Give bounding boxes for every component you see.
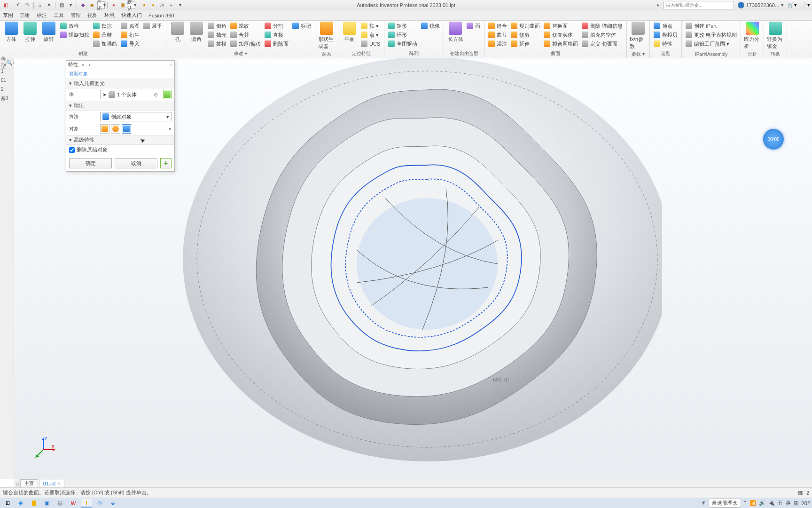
open-icon[interactable]: ⌂ <box>36 1 44 9</box>
ribbon-button[interactable]: 加强筋 <box>92 40 118 48</box>
ime-indicator[interactable]: 英 <box>786 500 791 507</box>
ribbon-button[interactable]: 删除 详细信息 <box>581 22 624 30</box>
status-icon[interactable]: ▦ <box>798 490 803 496</box>
qat-icon[interactable]: ◆ <box>79 1 87 9</box>
ribbon-button[interactable]: 模拟贝 <box>653 31 679 39</box>
ok-button[interactable]: 确定 <box>69 158 112 168</box>
ribbon-button[interactable]: 加厚/偏移 <box>229 40 262 48</box>
ribbon-button[interactable]: 点 ▾ <box>360 31 381 39</box>
inventor-icon[interactable]: I <box>81 499 92 508</box>
clear-selection-icon[interactable]: ⊘ <box>154 92 158 98</box>
ribbon-button[interactable]: 标记 <box>291 22 312 30</box>
ribbon-button[interactable]: 方体 <box>3 22 20 43</box>
wps-icon[interactable]: W <box>68 499 79 508</box>
checkbox-input[interactable] <box>69 147 75 153</box>
menu-item[interactable]: 快速入门 <box>121 12 142 19</box>
ribbon-button[interactable]: 应力分析 <box>744 22 761 50</box>
ribbon-button[interactable]: 修剪 <box>510 31 541 39</box>
app-menu-icon[interactable]: ◧ <box>2 1 9 9</box>
body-selector-input[interactable]: ➤ 1 个实体 ⊘ <box>100 90 160 99</box>
apply-plus-button[interactable]: + <box>160 158 172 168</box>
ribbon-button[interactable]: 曲片 <box>487 31 508 39</box>
edge-icon[interactable]: ◉ <box>15 499 26 508</box>
ime-indicator[interactable]: 简 <box>794 500 799 507</box>
method-dropdown[interactable]: 创建对象 ▾ <box>100 112 172 121</box>
clock-year[interactable]: 202 <box>802 500 810 506</box>
explorer-icon[interactable]: ▇ <box>28 499 39 508</box>
close-tab-icon[interactable]: × <box>58 481 60 486</box>
color-dropdown[interactable]: 默认▾ <box>128 1 135 9</box>
browser-item[interactable]: 01 <box>0 76 14 85</box>
qat-icon[interactable]: ◆ <box>88 1 96 9</box>
ribbon-button[interactable]: 长方体 <box>447 22 464 43</box>
menu-item[interactable]: 视图 <box>87 12 98 19</box>
section-header[interactable]: ▾输入几何图元 <box>66 79 174 88</box>
ribbon-button[interactable]: 特性 <box>653 40 679 48</box>
ribbon-button[interactable]: 镜像 <box>420 22 441 30</box>
ribbon-button[interactable]: 放样 <box>59 22 90 30</box>
qat-icon[interactable]: ▣ <box>119 1 126 9</box>
undo-icon[interactable]: ↶ <box>15 1 22 9</box>
ribbon-button[interactable]: 合并 <box>229 31 262 39</box>
ribbon-button[interactable]: 贴图 <box>120 22 141 30</box>
ribbon-button[interactable]: 矩形 <box>387 22 418 30</box>
axis-gizmo[interactable]: x z <box>33 437 56 460</box>
ribbon-button[interactable]: 直接 <box>264 31 289 39</box>
app-icon[interactable]: ⬙ <box>107 499 118 508</box>
menu-item[interactable]: 草图 <box>3 12 13 19</box>
ribbon-button[interactable]: 圆角 <box>188 22 205 43</box>
close-icon[interactable]: × <box>81 62 84 68</box>
qat-save-icon[interactable]: ▾ <box>67 1 74 9</box>
cancel-button[interactable]: 取消 <box>115 158 157 168</box>
ribbon-button[interactable]: 分割 <box>264 22 289 30</box>
nav-prev-icon[interactable]: ▸ <box>657 2 660 8</box>
ribbon-button[interactable]: 延伸 <box>510 40 541 48</box>
browser-item[interactable]: 2 <box>0 85 14 94</box>
ribbon-button[interactable]: 更改 电子表格规则 <box>685 31 738 39</box>
option-surface[interactable] <box>111 124 120 134</box>
ribbon-button[interactable]: 替换面 <box>543 22 579 30</box>
menu-item[interactable]: 管理 <box>70 12 81 19</box>
ribbon-button[interactable]: 环形 <box>387 31 418 39</box>
ribbon-button[interactable]: 螺纹 <box>229 22 262 30</box>
tab-home[interactable]: 主页 <box>20 479 38 488</box>
qat-icon[interactable]: ● <box>110 1 117 9</box>
wifi-icon[interactable]: 📶 <box>750 500 756 506</box>
app-icon[interactable]: ◎ <box>94 499 105 508</box>
option-dropdown-icon[interactable]: ▾ <box>169 126 172 132</box>
ribbon-button[interactable]: 规则曲面 <box>510 22 541 30</box>
ribbon-button[interactable]: 删除面 <box>264 40 289 48</box>
save-icon[interactable]: ▾ <box>45 1 53 9</box>
ribbon-button[interactable]: 草图驱动 <box>387 40 418 48</box>
help-icon[interactable]: ❔▾ <box>801 2 810 8</box>
ribbon-button[interactable]: 螺旋扫掠 <box>59 31 90 39</box>
home-icon[interactable]: ⌂ <box>16 481 19 486</box>
user-account[interactable]: 👤 1730522360... ▾ <box>738 2 784 8</box>
new-icon[interactable]: ▤ <box>58 1 65 9</box>
tray-mode[interactable]: 自选股理念 <box>709 499 741 508</box>
section-header[interactable]: ▾输出 <box>66 101 174 111</box>
help-search[interactable]: 搜索帮助和命令... <box>664 1 734 9</box>
ribbon-button[interactable]: 编辑工厂范围 ▾ <box>685 40 738 48</box>
battery-icon[interactable]: 🔌 <box>768 500 775 506</box>
reselect-button[interactable] <box>163 90 172 99</box>
start-icon[interactable]: ⊞ <box>2 499 13 508</box>
option-composite[interactable] <box>122 124 131 134</box>
ribbon-button[interactable]: 拉伸 <box>22 22 39 43</box>
search-icon[interactable]: 🔍 <box>6 60 13 66</box>
ribbon-button[interactable]: 修复实体 <box>543 31 579 39</box>
section-header[interactable]: ▾高级特性 <box>66 135 174 145</box>
ribbon-button[interactable]: 形状生成器 <box>318 22 335 50</box>
ribbon-button[interactable]: 填充内空体 <box>581 31 624 39</box>
ribbon-button[interactable]: 导入 <box>120 40 141 48</box>
menu-item[interactable]: 标注 <box>37 12 47 19</box>
ime-indicator[interactable]: 五 <box>778 500 783 507</box>
delete-original-checkbox[interactable]: 删除原始对象 <box>66 145 174 155</box>
cart-icon[interactable]: 🛒▾ <box>788 2 797 8</box>
app-icon[interactable]: ▤ <box>55 499 66 508</box>
menu-item[interactable]: Fusion 360 <box>148 13 174 18</box>
qat-icon[interactable]: ● <box>149 1 157 9</box>
ribbon-button[interactable]: 拟合网格面 <box>543 40 579 48</box>
menu-item[interactable]: 三维 <box>20 12 30 19</box>
option-solid[interactable] <box>100 124 109 134</box>
